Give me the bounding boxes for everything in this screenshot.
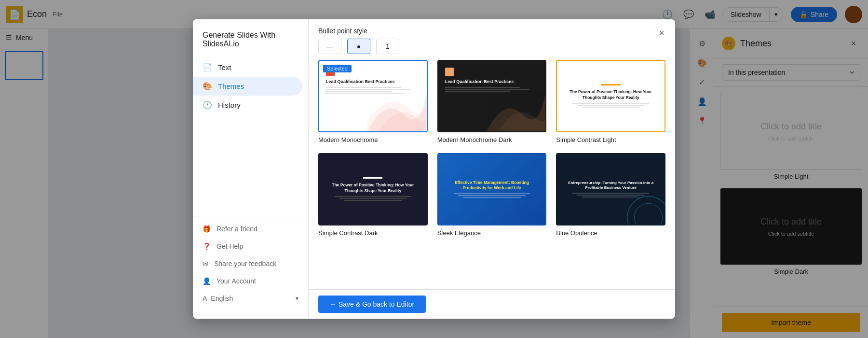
feedback-item[interactable]: ✉ Share your feedback xyxy=(193,255,308,272)
modal-sidebar-bottom: 🎁 Refer a friend ❓ Get Help ✉ Share your… xyxy=(193,216,308,311)
theme-card-modern-monochrome-img[interactable]: Lead Qualification Best Practices xyxy=(318,60,428,132)
bullet-section: Bullet point style — ● 1 xyxy=(318,19,665,60)
theme-card-blue-opulence[interactable]: Entrepreneurship: Turning Your Passion i… xyxy=(556,153,665,237)
history-nav-icon: 🕐 xyxy=(203,100,212,110)
feedback-icon: ✉ xyxy=(203,260,208,268)
theme-simple-contrast-light-label: Simple Contrast Light xyxy=(556,136,665,143)
theme-card-sleek-elegance-img[interactable]: Effective Time Management: Boosting Prod… xyxy=(437,153,547,225)
themes-nav-label: Themes xyxy=(218,82,244,90)
help-icon: ❓ xyxy=(203,242,211,250)
bullet-opt-dash[interactable]: — xyxy=(318,39,341,54)
wave-dark-svg xyxy=(487,85,545,131)
text-nav-label: Text xyxy=(218,63,231,71)
bullet-opt-dot[interactable]: ● xyxy=(347,39,370,54)
theme-modern-monochrome-label: Modern Monochrome xyxy=(318,136,428,143)
theme-card-blue-opulence-img[interactable]: Entrepreneurship: Turning Your Passion i… xyxy=(556,153,665,225)
account-label: Your Account xyxy=(217,277,256,285)
modal-main-content: × Bullet point style — ● 1 xyxy=(309,19,675,319)
language-selector[interactable]: A English ▾ xyxy=(193,290,308,307)
refer-friend-item[interactable]: 🎁 Refer a friend xyxy=(193,220,308,238)
theme-card-sleek-elegance[interactable]: Effective Time Management: Boosting Prod… xyxy=(437,153,547,237)
save-back-button[interactable]: ← Save & Go back to Editor xyxy=(318,296,426,313)
theme-modern-monochrome-dark-label: Modern Monochrome Dark xyxy=(437,136,547,143)
themes-nav-icon: 🎨 xyxy=(203,82,212,91)
mono-title: Lead Qualification Best Practices xyxy=(326,79,420,84)
modal-close-button[interactable]: × xyxy=(654,25,669,41)
theme-grid: Lead Qualification Best Practices xyxy=(318,60,665,246)
modal-nav-text[interactable]: 📄 Text xyxy=(193,58,302,77)
contrast-light-title: The Power of Positive Thinking: How Your… xyxy=(563,89,659,100)
modal-nav-history[interactable]: 🕐 History xyxy=(193,96,302,114)
mono-dark-title: Lead Qualification Best Practices xyxy=(445,79,539,84)
refer-icon: 🎁 xyxy=(203,225,211,233)
modal-overlay: Generate Slides With SlidesAI.io 📄 Text … xyxy=(0,0,868,338)
modal-footer: ← Save & Go back to Editor xyxy=(309,289,675,319)
theme-simple-contrast-dark-label: Simple Contrast Dark xyxy=(318,229,428,237)
theme-card-modern-monochrome[interactable]: Lead Qualification Best Practices xyxy=(318,60,428,143)
get-help-item[interactable]: ❓ Get Help xyxy=(193,238,308,255)
modal: Generate Slides With SlidesAI.io 📄 Text … xyxy=(193,19,675,319)
account-icon: 👤 xyxy=(203,277,211,285)
contrast-dark-title: The Power of Positive Thinking: How Your… xyxy=(325,183,421,193)
theme-sleek-elegance-label: Sleek Elegance xyxy=(437,229,547,237)
account-item[interactable]: 👤 Your Account xyxy=(193,272,308,290)
help-label: Get Help xyxy=(217,242,243,250)
theme-card-modern-monochrome-dark-img[interactable]: Lead Qualification Best Practices xyxy=(437,60,547,132)
lang-icon: A xyxy=(203,295,207,302)
refer-label: Refer a friend xyxy=(217,225,258,233)
theme-blue-opulence-label: Blue Opulence xyxy=(556,229,665,237)
bullet-options: — ● 1 xyxy=(318,39,665,54)
sleek-title: Effective Time Management: Boosting Prod… xyxy=(444,180,540,191)
modal-sidebar: Generate Slides With SlidesAI.io 📄 Text … xyxy=(193,19,309,319)
theme-card-simple-contrast-light-img[interactable]: The Power of Positive Thinking: How Your… xyxy=(556,60,665,132)
opulence-pattern xyxy=(611,189,665,225)
bullet-header-text: Bullet point style xyxy=(318,27,367,35)
mono-dark-accent xyxy=(445,68,454,76)
modal-scrollable-area[interactable]: Bullet point style — ● 1 xyxy=(309,19,675,289)
svg-point-0 xyxy=(627,197,665,225)
lang-chevron-icon: ▾ xyxy=(296,295,298,302)
modal-logo: Generate Slides With SlidesAI.io xyxy=(193,27,308,58)
feedback-label: Share your feedback xyxy=(214,260,276,268)
history-nav-label: History xyxy=(218,101,241,109)
theme-card-modern-monochrome-dark[interactable]: Lead Qualification Best Practices xyxy=(437,60,547,143)
theme-card-simple-contrast-dark[interactable]: The Power of Positive Thinking: How Your… xyxy=(318,153,428,237)
bullet-opt-number[interactable]: 1 xyxy=(376,39,399,54)
theme-card-simple-contrast-light[interactable]: The Power of Positive Thinking: How Your… xyxy=(556,60,665,143)
lang-label: English xyxy=(211,295,233,302)
theme-card-simple-contrast-dark-img[interactable]: The Power of Positive Thinking: How Your… xyxy=(318,153,428,225)
svg-point-1 xyxy=(634,203,662,225)
text-nav-icon: 📄 xyxy=(203,63,212,72)
modal-nav-themes[interactable]: 🎨 Themes xyxy=(193,77,302,96)
wave-svg xyxy=(367,85,426,131)
selected-badge: Selected xyxy=(323,65,352,72)
